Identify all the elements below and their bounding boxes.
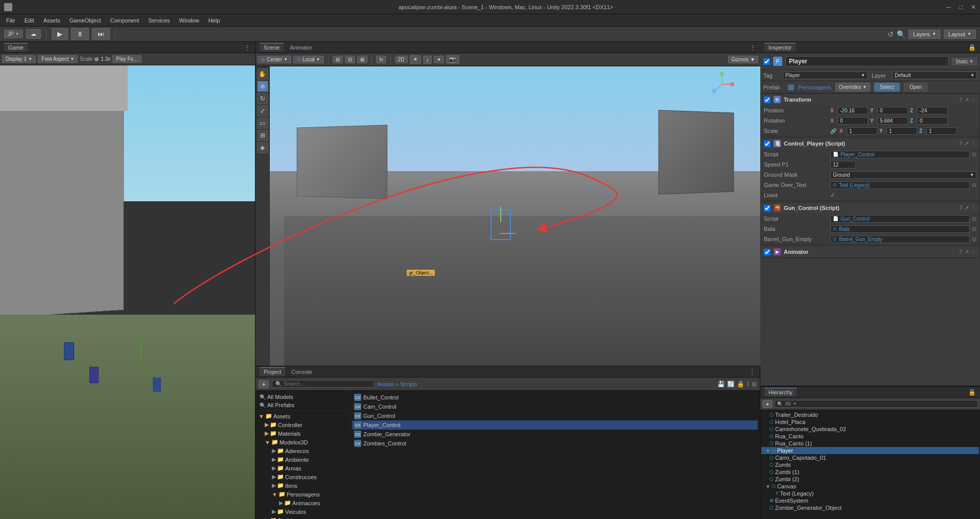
refresh-icon[interactable]: 🔄 — [727, 381, 735, 388]
cp-speed-field[interactable] — [830, 161, 856, 169]
project-panel-menu[interactable]: ⋮ — [749, 368, 756, 376]
static-dropdown[interactable]: Static ▼ — [952, 58, 977, 65]
scale-tool[interactable]: ⤢ — [257, 105, 268, 116]
rect-tool[interactable]: ▭ — [257, 117, 268, 129]
transform-help-icon[interactable]: ? — [959, 97, 962, 103]
object-active-checkbox[interactable] — [763, 58, 770, 65]
menu-assets[interactable]: Assets — [39, 16, 64, 25]
anim-help-icon[interactable]: ? — [959, 249, 962, 255]
gc-bala-value[interactable]: ⊙ Bala — [830, 225, 970, 233]
gc-script-settings[interactable]: ⊙ — [972, 216, 976, 222]
scene-panel-menu[interactable]: ⋮ — [749, 43, 756, 52]
sidebar-personagens[interactable]: ▼ 📁 Personagens — [258, 490, 347, 499]
hier-item-rua-canto[interactable]: ⬡ Rua_Canto — [761, 433, 979, 440]
sidebar-all-models[interactable]: 🔍 All Models — [258, 393, 347, 401]
hier-item-eventsystem[interactable]: ⚙ EventSystem — [761, 497, 979, 504]
move-tool[interactable]: ⊕ — [257, 81, 268, 92]
add-asset-button[interactable]: + — [259, 380, 269, 388]
snap-btn[interactable]: ⊠ — [357, 56, 367, 63]
control-player-active-checkbox[interactable] — [764, 140, 771, 147]
minimize-button[interactable]: ─ — [946, 4, 951, 11]
rotate-btn[interactable]: ↻ — [376, 56, 386, 63]
menu-file[interactable]: File — [2, 16, 19, 25]
breadcrumb-scripts[interactable]: Scripts — [400, 381, 417, 387]
close-button[interactable]: ✕ — [971, 4, 976, 11]
save-icon[interactable]: 💾 — [717, 381, 725, 388]
scale-y-field[interactable] — [886, 127, 917, 135]
sidebar-assets[interactable]: ▼ 📁 Assets — [258, 412, 347, 420]
pos-y-field[interactable] — [877, 107, 908, 114]
hier-item-carro[interactable]: ⬡ Carro_Capotado_01 — [761, 454, 979, 461]
layout-dropdown[interactable]: Layout ▼ — [944, 30, 976, 39]
sidebar-ambiente[interactable]: ▶ 📁 Ambiente — [258, 455, 347, 464]
inspector-tab[interactable]: Inspector — [764, 43, 796, 52]
audio-btn[interactable]: ♪ — [423, 56, 432, 64]
project-search-input[interactable] — [284, 381, 370, 387]
animator-tab[interactable]: Animator — [286, 43, 316, 52]
scene-camera-btn[interactable]: 📷 — [446, 55, 459, 64]
cp-help-icon[interactable]: ? — [959, 140, 962, 147]
cp-expand-icon[interactable]: ↗ — [964, 140, 969, 147]
cp-game-over-value[interactable]: ⊙ Text (Legacy) — [830, 181, 970, 189]
gc-script-value[interactable]: 📄 Gun_Control — [830, 215, 970, 223]
rot-y-field[interactable] — [877, 117, 908, 125]
sidebar-armas[interactable]: ▶ 📁 Armas — [258, 464, 347, 473]
step-button[interactable]: ⏭ — [92, 28, 110, 40]
sidebar-all-prefabs[interactable]: 🔍 All Prefabs — [258, 401, 347, 409]
tag-dropdown[interactable]: Player ▼ — [783, 72, 868, 79]
menu-component[interactable]: Component — [106, 16, 143, 25]
control-player-header[interactable]: 📜 Control_Player (Script) ? ↗ ⋮ — [761, 138, 979, 149]
scene-tab[interactable]: Scene — [260, 43, 284, 52]
fx-btn[interactable]: ✦ — [434, 56, 444, 63]
rot-z-field[interactable] — [917, 117, 948, 125]
gc-expand-icon[interactable]: ↗ — [964, 205, 969, 211]
layers-dropdown[interactable]: Layers ▼ — [908, 30, 941, 39]
sidebar-veiculos[interactable]: ▶ 📁 Veiculos — [258, 507, 347, 516]
file-player-control[interactable]: C# Player_Control — [352, 420, 758, 430]
object-name-field[interactable] — [785, 56, 949, 66]
hier-item-zombie-gen[interactable]: ⬡ Zombie_Generator_Object — [761, 504, 979, 511]
sidebar-aderecos[interactable]: ▶ 📁 Aderecos — [258, 446, 347, 455]
console-tab[interactable]: Console — [287, 368, 316, 376]
sidebar-animacoes[interactable]: ▶ 📁 Animacoes — [258, 499, 347, 507]
cp-ground-mask-dropdown[interactable]: Ground ▼ — [830, 171, 976, 179]
sidebar-itens[interactable]: ▶ 📁 Itens — [258, 481, 347, 490]
game-aspect-dropdown[interactable]: Free Aspect ▼ — [38, 55, 78, 63]
play-button[interactable]: ▶ — [52, 28, 68, 40]
gc-bala-settings[interactable]: ⊙ — [972, 226, 976, 232]
hier-item-caminhonete[interactable]: ⬡ Caminhonete_Quebrada_02 — [761, 426, 979, 433]
hier-item-hotel[interactable]: ⬡ Hotel_Placa — [761, 418, 979, 426]
breadcrumb-assets[interactable]: Assets — [377, 381, 394, 387]
scale-x-field[interactable] — [847, 127, 877, 135]
pivot-dropdown[interactable]: ⊕ Center ▼ — [258, 56, 291, 63]
hier-item-rua-canto-1[interactable]: ⬡ Rua_Canto (1) — [761, 440, 979, 447]
gizmos-dropdown[interactable]: Gizmos ▼ — [728, 56, 758, 63]
gun-control-active-checkbox[interactable] — [764, 205, 771, 211]
scale-z-field[interactable] — [926, 127, 957, 135]
project-tab[interactable]: Project — [260, 367, 285, 376]
gc-help-icon[interactable]: ? — [959, 205, 962, 211]
transform-expand-icon[interactable]: ↗ — [964, 97, 969, 103]
custom-tool[interactable]: ◈ — [257, 142, 268, 153]
cp-script-value[interactable]: 📄 Player_Control — [830, 151, 970, 158]
overrides-dropdown[interactable]: Overrides ▼ — [835, 83, 870, 91]
pos-x-field[interactable] — [837, 107, 868, 114]
2d-btn[interactable]: 2D — [395, 56, 408, 63]
inspector-lock-icon[interactable]: 🔒 — [968, 44, 976, 51]
sidebar-construcoes[interactable]: ▶ 📁 Construcoes — [258, 473, 347, 481]
sidebar-materials[interactable]: ▶ 📁 Materials — [258, 429, 347, 438]
search-button[interactable]: 🔍 — [897, 30, 905, 38]
gc-barrel-settings[interactable]: ⊙ — [972, 236, 976, 243]
menu-window[interactable]: Window — [175, 16, 203, 25]
file-cam-control[interactable]: C# Cam_Control — [352, 402, 758, 411]
account-dropdown[interactable]: JP ▼ — [4, 30, 23, 38]
open-prefab-btn[interactable]: Open — [904, 83, 927, 91]
history-button[interactable]: ↺ — [888, 30, 894, 38]
cp-menu-icon[interactable]: ⋮ — [971, 140, 976, 147]
hand-tool[interactable]: ✋ — [257, 68, 268, 80]
sidebar-controller[interactable]: ▶ 📁 Controller — [258, 420, 347, 429]
sidebar-prefabs[interactable]: ▶ 📁 Prefabs — [258, 516, 347, 519]
hier-item-zumbi-2[interactable]: ⬡ Zumbi (2) — [761, 476, 979, 483]
animator-active-checkbox[interactable] — [764, 249, 771, 255]
cp-game-over-settings[interactable]: ⊙ — [972, 182, 976, 188]
